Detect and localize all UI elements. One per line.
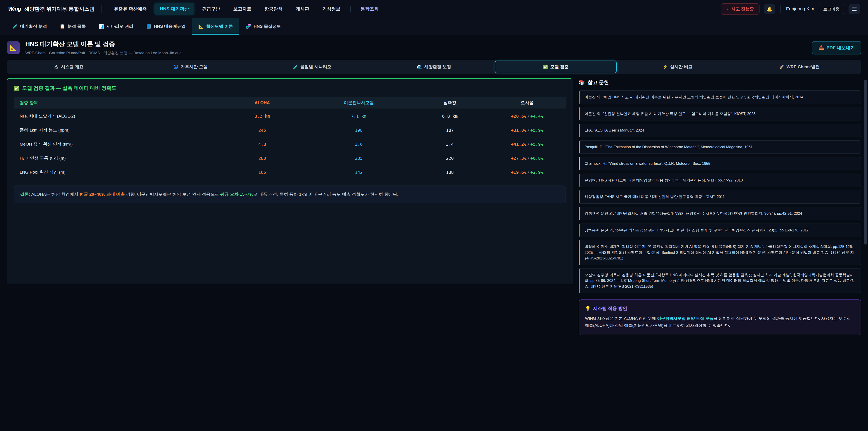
top-nav-right: ● 사고 진행중 🔔 Eunjeong Kim 로그아웃 [721,3,860,15]
error-separator: / [526,114,530,119]
sub-nav-icon: 🧬 [246,24,251,29]
section-tab[interactable]: ✅모델 검증 [495,61,617,73]
scrollbar-thumb[interactable] [864,80,867,245]
top-nav-item[interactable]: 보고자료 [228,3,257,15]
section-tab[interactable]: 🌀가우시안 모델 [129,61,251,73]
conclusion-note: 결론: ALOHA는 해양 환경에서 평균 20~40% 과대 예측 경향. 이… [14,186,566,203]
logout-button[interactable]: 로그아웃 [819,4,844,14]
tab-icon: 🌊 [417,64,422,69]
cell-aloha: 165 [218,170,307,175]
sub-nav-item[interactable]: 📊시나리오 관리 [92,18,140,35]
cell-aloha: 4.8 [218,142,307,147]
application-card: 💡 시스템 적용 방안 WING 시스템은 기본 ALOHA 엔진 위에 이문진… [579,300,861,335]
tab-label: 가우시안 모델 [181,64,208,70]
sub-nav-item[interactable]: 🧬HNS 물질정보 [239,18,287,35]
menu-button[interactable] [848,4,860,14]
reference-item[interactable]: Charnock, H., "Wind stress on a water su… [579,157,861,171]
table-row: MeOH 증기 확산 면적 (km²)4.83.63.4+41.2%/+5.9% [14,137,566,151]
download-icon: 📥 [818,45,824,51]
reference-item[interactable]: EPA, "ALOHA User's Manual", 2024 [579,124,861,137]
validation-card: ✅ 모델 검증 결과 — 실측 데이터 대비 정확도 검증 항목 ALOHA 이… [7,78,573,284]
brand[interactable]: Wing 해양환경 위기대응 통합시스템 [8,5,95,12]
error-separator: / [526,156,530,161]
incident-status-badge[interactable]: ● 사고 진행중 [721,3,760,15]
cell-aloha: 8.2 km [218,114,307,119]
section-tab[interactable]: 🔬시스템 개요 [8,61,129,73]
sub-nav-item[interactable]: 📘HNS 대응매뉴얼 [140,18,192,35]
error-model: +5.9% [530,142,543,147]
reference-item[interactable]: 해양경찰청, "HNS 사고 국가 대비 대응 체제 선진화 방안 연구용역 최… [579,190,861,204]
sub-nav-item[interactable]: 📋분석 목록 [53,18,92,35]
application-heading: 💡 시스템 적용 방안 [585,305,855,311]
top-nav-item[interactable]: 긴급구난 [197,3,225,15]
pdf-export-button[interactable]: 📥 PDF 내보내기 [812,41,861,55]
reference-item[interactable]: 장하용·이문진 외, "신속한 의사결정을 위한 HNS 사고이력관리시스템 설… [579,223,861,237]
sub-nav-label: HNS 대응매뉴얼 [154,24,186,29]
section-tab[interactable]: 🌊해양환경 보정 [373,61,495,73]
cell-item: 풍하 1km 지점 농도 (ppm) [14,127,218,133]
section-tab[interactable]: 🧪물질별 시나리오 [251,61,373,73]
sub-nav-icon: 📋 [60,24,65,29]
check-icon: ✅ [14,86,20,91]
app-root: Wing 해양환경 위기대응 통합시스템 유출유 확산예측HNS·대기확산긴급구… [0,0,868,431]
sub-nav-label: HNS 물질정보 [254,24,281,29]
sub-nav-icon: 📘 [146,24,151,29]
top-nav-item[interactable]: 유출유 확산예측 [108,3,152,15]
reference-item[interactable]: 이문진 외, "해양 HNS 사고 시 대기확산 예측을 위한 가우시안 모델의… [579,90,861,104]
top-nav-item[interactable]: 게시판 [290,3,315,15]
tab-icon: 🔬 [54,64,59,69]
error-model: +6.8% [530,156,543,161]
top-nav-item[interactable]: HNS·대기확산 [154,3,194,15]
validation-heading-text: 모델 검증 결과 — 실측 데이터 대비 정확도 [22,85,116,92]
reference-item[interactable]: 오진덕·김주영·이득재·김용명·최훈·이문진, "다항목 HNS 데이터의 실시… [579,268,861,294]
tab-label: WRF-Chem·발전 [786,64,819,70]
page-subtitle: WRF-Chem · Gaussian Plume/Puff · ROMS · … [25,51,184,56]
cell-model: 7.1 km [306,114,411,119]
application-highlight: 이문진박사모델 해양 보정 모듈 [657,316,713,321]
conclusion-highlight-error: 평균 오차 ±5~7% [220,192,253,196]
col-header-error: 오차율 [489,100,566,106]
validation-heading: ✅ 모델 검증 결과 — 실측 데이터 대비 정확도 [14,85,566,92]
cell-measured: 3.4 [411,142,489,147]
tab-icon: 🧪 [293,64,298,69]
section-tab[interactable]: 🚀WRF-Chem·발전 [739,61,860,73]
conclusion-text: ALOHA는 해양 환경에서 [30,192,80,196]
validation-table-header: 검증 항목 ALOHA 이문진박사모델 실측값 오차율 [14,97,566,109]
top-nav-item[interactable]: 항공탐색 [259,3,288,15]
error-model: +4.4% [530,114,543,119]
wing-logo: Wing [8,6,21,12]
references-heading-text: 참고 문헌 [587,79,609,86]
top-nav-item[interactable]: 기상정보 [317,3,346,15]
references-heading: 📚 참고 문헌 [579,79,861,86]
status-dot-icon: ● [727,7,728,11]
error-model: +5.9% [530,128,543,133]
reference-item[interactable]: 유영현, "HNS 재난사고에 대한 해양경찰의 대응 방안", 한국위기관리논… [579,174,861,187]
notification-button[interactable]: 🔔 [764,4,775,14]
error-model: +2.9% [530,170,543,175]
cell-item: LNG Pool 확산 직경 (m) [14,169,218,175]
sub-nav-item[interactable]: 🧪대기확산 분석 [6,18,53,35]
reference-item[interactable]: 박경애·이진호·박재진·김태성·이문진, "인공위성 원격탐사 기반 AI 활용… [579,240,861,265]
books-icon: 📚 [579,80,585,86]
sub-nav-icon: 📊 [98,24,104,29]
tab-label: 물질별 시나리오 [300,64,331,70]
cell-measured: 6.8 km [411,114,489,119]
sub-nav-label: 분석 목록 [68,24,86,29]
reference-item[interactable]: 이문진 외, "친환경 선박연료 해양 유출 시 대기확산 특성 연구 — 암모… [579,107,861,121]
error-aloha: +27.3% [511,156,526,161]
reference-item[interactable]: Pasquill, F., "The Estimation of the Dis… [579,140,861,154]
sub-nav-label: 시나리오 관리 [106,24,133,29]
page-header: 📐 HNS 대기확산 모델 이론 및 검증 WRF-Chem · Gaussia… [0,35,868,60]
tab-label: 시스템 개요 [61,64,84,70]
top-nav-item[interactable]: 통합조회 [355,3,384,15]
reference-item[interactable]: 김창겸·이문진 외, "해양산업시설 배출 위험유해물질(HNS)의 해양확산 … [579,207,861,220]
sub-nav-item[interactable]: 📐확산모델 이론 [192,18,239,35]
section-tab[interactable]: ⚡실시간 비교 [617,61,739,73]
conclusion-text: 경향. 이문진박사모델은 해양 보정 인자 적용으로 [125,192,220,196]
cell-aloha: 280 [218,156,307,161]
application-body: WING 시스템은 기본 ALOHA 엔진 위에 이문진박사모델 해양 보정 모… [585,315,855,329]
sub-nav-icon: 🧪 [12,24,18,29]
application-text: WING 시스템은 기본 ALOHA 엔진 위에 [585,316,657,321]
cell-error: +19.6%/+2.9% [489,170,566,175]
sub-nav-icon: 📐 [198,24,204,29]
